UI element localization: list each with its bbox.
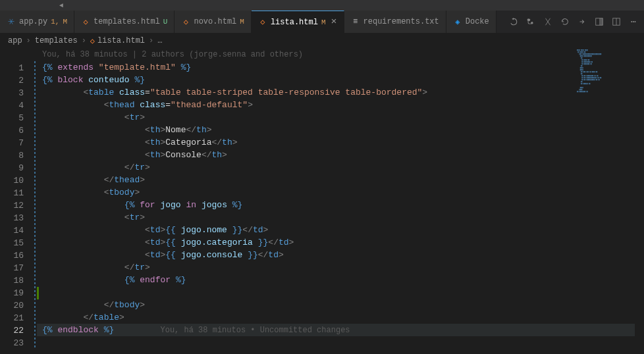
code-line: {% endfor %}: [37, 274, 644, 286]
close-icon[interactable]: ×: [331, 16, 337, 28]
tab-status: M: [240, 18, 244, 26]
svg-rect-1: [599, 18, 603, 26]
breadcrumb-item[interactable]: lista.html: [97, 36, 145, 45]
git-blame-annotation: You, há 38 minutos | 2 authors (jorge.se…: [37, 48, 644, 61]
docker-icon: ◈: [453, 17, 462, 26]
breadcrumb-item[interactable]: app: [8, 36, 22, 45]
code-line: <tr>: [37, 111, 644, 124]
tab-lista-html[interactable]: ◇ lista.html M ×: [252, 11, 344, 33]
tab-label: Docke: [466, 17, 489, 26]
tabs-container: ⚹ app.py 1, M ◇ templates.html U ◇ novo.…: [0, 11, 644, 34]
tab-requirements-txt[interactable]: ≡ requirements.txt: [344, 11, 446, 33]
tab-label: templates.html: [94, 17, 160, 26]
code-line: <table class="table table-striped table-…: [37, 86, 644, 99]
preview-icon[interactable]: [594, 16, 604, 27]
tab-label: lista.html: [271, 18, 318, 27]
editor: 1 2 3 4 5 6 7 8 9 10 11 12 13 14 15 16 1…: [0, 48, 644, 354]
code-line: <th>Categoria</th>: [37, 136, 644, 149]
code-line: {% block conteudo %}: [37, 74, 644, 86]
code-line: </tr>: [37, 261, 644, 274]
chevron-right-icon: ›: [26, 36, 31, 45]
inline-blame: You, há 38 minutos • Uncommitted changes: [160, 326, 350, 335]
breadcrumb-item[interactable]: templates: [35, 36, 78, 45]
html-icon: ◇: [181, 17, 190, 26]
code-line: [37, 286, 644, 299]
code-line: {% extends "template.html" %}: [37, 61, 644, 74]
more-icon[interactable]: ⋯: [628, 16, 639, 27]
diff-icon[interactable]: [543, 16, 553, 27]
tab-status: M: [63, 18, 67, 26]
tab-label: requirements.txt: [363, 17, 439, 26]
refresh-icon[interactable]: [560, 16, 570, 27]
code-line: <th>Console</th>: [37, 149, 644, 161]
line-number-gutter[interactable]: 1 2 3 4 5 6 7 8 9 10 11 12 13 14 15 16 1…: [0, 48, 37, 354]
code-line: [37, 336, 644, 349]
tab-templates-html[interactable]: ◇ templates.html U: [74, 11, 174, 33]
code-line: </tbody>: [37, 299, 644, 311]
editor-toolbar: ⋯: [503, 16, 644, 27]
code-line: <tbody>: [37, 186, 644, 199]
chevron-right-icon: ›: [82, 36, 86, 45]
text-file-icon: ≡: [351, 17, 360, 26]
tab-label: app.py: [19, 17, 47, 26]
code-line: <td>{{ jogo.nome }}</td>: [37, 224, 644, 236]
code-line: {% endblock %} You, há 38 minutos • Unco…: [37, 324, 644, 336]
code-line: </tr>: [37, 161, 644, 174]
code-line: </thead>: [37, 174, 644, 186]
tab-status-num: 1,: [51, 18, 59, 26]
code-line: <thead class="thead-default">: [37, 99, 644, 111]
breadcrumb-trail[interactable]: …: [157, 36, 162, 45]
code-line: </table>: [37, 311, 644, 324]
tab-label: novo.html: [194, 17, 236, 26]
back-arrow-icon[interactable]: ◄: [59, 2, 63, 9]
code-content[interactable]: You, há 38 minutos | 2 authors (jorge.se…: [37, 48, 644, 354]
html-icon: ◇: [90, 36, 95, 46]
history-icon[interactable]: [508, 16, 519, 27]
chevron-right-icon: ›: [149, 36, 153, 45]
vertical-scrollbar[interactable]: [635, 48, 644, 354]
code-line: <td>{{ jogo.categoria }}</td>: [37, 236, 644, 249]
tabs: ⚹ app.py 1, M ◇ templates.html U ◇ novo.…: [0, 11, 503, 33]
branch-icon[interactable]: [525, 16, 536, 27]
tab-status: M: [321, 18, 326, 26]
code-line: <th>Nome</th>: [37, 124, 644, 136]
python-icon: ⚹: [7, 17, 16, 26]
split-icon[interactable]: [611, 16, 622, 27]
html-icon: ◇: [81, 17, 90, 26]
code-line: <tr>: [37, 211, 644, 224]
tab-status: U: [163, 18, 168, 26]
tab-app-py[interactable]: ⚹ app.py 1, M: [0, 11, 74, 33]
minimap[interactable]: ████ ████ ████ ██ ████ ██ ███ ██████████…: [576, 48, 635, 114]
tab-novo-html[interactable]: ◇ novo.html M: [174, 11, 251, 33]
code-line: {% for jogo in jogos %}: [37, 199, 644, 211]
forward-icon[interactable]: [577, 16, 587, 27]
title-bar: ◄: [0, 0, 644, 11]
breadcrumbs[interactable]: app › templates › ◇ lista.html › …: [0, 34, 644, 48]
html-icon: ◇: [258, 18, 267, 27]
tab-docker[interactable]: ◈ Docke: [446, 11, 496, 33]
code-line: <td>{{ jogo.console }}</td>: [37, 249, 644, 261]
